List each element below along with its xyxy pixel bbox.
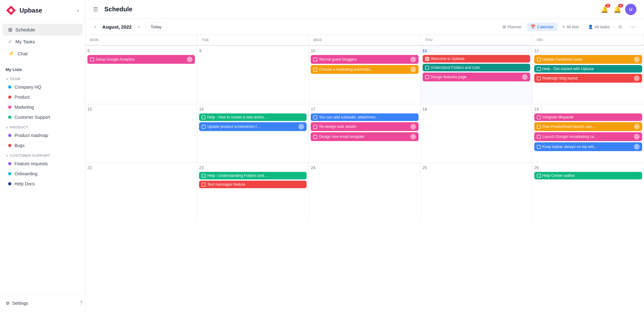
settings-item[interactable]: ⚙ Settings bbox=[3, 298, 31, 308]
task-avatar bbox=[634, 124, 640, 129]
task-checkbox[interactable] bbox=[425, 66, 429, 70]
task-checkbox[interactable] bbox=[425, 57, 429, 61]
calendar-cell-1-0: 15 bbox=[86, 104, 197, 162]
task-checkbox[interactable] bbox=[313, 135, 317, 139]
task-checkbox[interactable] bbox=[425, 75, 429, 79]
task-pill[interactable]: Design new email template bbox=[311, 132, 418, 141]
calendar-cell-1-3: 18 bbox=[421, 104, 532, 162]
all-lists-label: All lists bbox=[566, 25, 579, 29]
task-checkbox[interactable] bbox=[537, 76, 541, 80]
cell-date-label: 19 bbox=[534, 107, 642, 112]
task-checkbox[interactable] bbox=[202, 174, 206, 178]
today-button[interactable]: Today bbox=[146, 23, 166, 31]
task-text: Integrate Mixpanel bbox=[542, 115, 640, 119]
task-checkbox[interactable] bbox=[202, 183, 206, 187]
task-checkbox[interactable] bbox=[202, 115, 206, 119]
all-tasks-button[interactable]: 👤 All tasks bbox=[584, 23, 613, 31]
task-checkbox[interactable] bbox=[537, 115, 541, 119]
sidebar-item-chat[interactable]: ⚡ Chat bbox=[3, 48, 83, 59]
task-pill[interactable]: Update Facebook cover bbox=[534, 55, 642, 64]
task-pill[interactable]: Understand Folders and Lists bbox=[423, 64, 530, 71]
settings-label: Settings bbox=[12, 301, 28, 306]
planner-view-button[interactable]: ⊞ Planner bbox=[499, 23, 525, 31]
task-checkbox[interactable] bbox=[537, 174, 541, 178]
task-checkbox[interactable] bbox=[313, 125, 317, 129]
planner-label: Planner bbox=[508, 25, 522, 29]
sidebar-item-product[interactable]: Product bbox=[3, 92, 83, 102]
task-pill[interactable]: Redesign blog layout bbox=[534, 74, 642, 83]
sidebar-item-marketing[interactable]: Marketing bbox=[3, 102, 83, 112]
task-pill[interactable]: Integrate Mixpanel bbox=[534, 113, 642, 121]
day-header-thu: Thu bbox=[421, 35, 532, 46]
task-checkbox[interactable] bbox=[313, 57, 317, 62]
cell-date-label: 16 bbox=[199, 107, 307, 112]
notification-bell-2[interactable]: 🔔 6 bbox=[612, 4, 623, 14]
task-avatar bbox=[522, 74, 528, 80]
task-pill[interactable]: Test messages feature bbox=[199, 181, 307, 188]
marketing-label: Marketing bbox=[14, 105, 34, 110]
task-pill[interactable]: Recruit guest bloggers bbox=[311, 55, 418, 64]
team-group-label[interactable]: ∨ TEAM bbox=[0, 74, 85, 82]
calendar-cell-2-2: 24 bbox=[309, 163, 420, 221]
task-pill[interactable]: Help - Get started with Upbase bbox=[534, 65, 642, 73]
more-options-button[interactable]: ⋯ bbox=[627, 22, 638, 31]
task-text: Recruit guest bloggers bbox=[319, 57, 408, 62]
user-avatar[interactable]: U bbox=[625, 4, 636, 15]
task-pill[interactable]: Update product screenshots f... bbox=[199, 122, 307, 131]
task-checkbox[interactable] bbox=[313, 115, 317, 119]
onboarding-label: Onboarding bbox=[14, 171, 37, 176]
next-month-button[interactable]: › bbox=[136, 23, 142, 31]
help-icon[interactable]: ? bbox=[80, 300, 83, 307]
task-text: Re-design task details bbox=[319, 124, 408, 129]
task-text: Setup Google Analytics bbox=[96, 57, 185, 62]
sidebar-item-my-tasks[interactable]: ✓ My Tasks bbox=[3, 36, 83, 47]
extra-view-button[interactable]: ⊡ bbox=[615, 23, 626, 31]
feature-requests-dot bbox=[8, 162, 11, 165]
sidebar-item-onboarding[interactable]: Onboarding bbox=[3, 169, 83, 178]
task-pill[interactable]: Design features page bbox=[423, 73, 530, 81]
product-group-label[interactable]: ∨ PRODUCT bbox=[0, 122, 85, 130]
notification-badge-2: 6 bbox=[618, 4, 623, 8]
customer-support-group-label[interactable]: ∨ CUSTOMER SUPPORT bbox=[0, 151, 85, 159]
all-lists-button[interactable]: ≡ All lists bbox=[559, 23, 583, 31]
sidebar-item-bugs[interactable]: Bugs bbox=[3, 141, 83, 150]
calendar-view-button[interactable]: 📅 Calendar bbox=[527, 23, 558, 31]
sidebar-item-customer-support[interactable]: Customer Support bbox=[3, 112, 83, 122]
sidebar-item-company-hq[interactable]: Company HQ bbox=[3, 82, 83, 92]
task-pill[interactable]: Help - Understanding Folders and... bbox=[199, 172, 307, 179]
task-checkbox[interactable] bbox=[537, 67, 541, 71]
all-tasks-icon: 👤 bbox=[588, 25, 593, 29]
task-pill[interactable]: Plan ProductHunt launch cam... bbox=[534, 122, 642, 131]
sidebar-item-product-roadmap[interactable]: Product roadmap bbox=[3, 131, 83, 140]
task-pill[interactable]: Re-design task details bbox=[311, 122, 418, 131]
task-checkbox[interactable] bbox=[537, 125, 541, 129]
day-name-label: Fri bbox=[537, 38, 639, 42]
task-checkbox[interactable] bbox=[202, 125, 206, 129]
task-checkbox[interactable] bbox=[537, 135, 541, 139]
menu-icon[interactable]: ☰ bbox=[93, 6, 98, 13]
task-checkbox[interactable] bbox=[90, 57, 94, 62]
day-header-mon: Mon bbox=[86, 35, 197, 46]
task-pill[interactable]: Setup Google Analytics bbox=[87, 55, 195, 64]
task-checkbox[interactable] bbox=[313, 68, 317, 72]
sidebar-tasks-label: My Tasks bbox=[15, 39, 35, 44]
task-pill[interactable]: You can add subtasks, attachmen... bbox=[311, 113, 418, 121]
sidebar-item-feature-requests[interactable]: Feature requests bbox=[3, 159, 83, 168]
task-pill[interactable]: Help Center outline bbox=[534, 172, 642, 179]
task-pill[interactable]: Launch Google remarketing ca... bbox=[534, 132, 642, 141]
notification-bell-1[interactable]: 🔔 3 bbox=[599, 4, 610, 14]
sidebar-chevron-icon[interactable]: ∨ bbox=[76, 8, 80, 13]
task-pill[interactable]: Help - How to create a new works... bbox=[199, 113, 307, 121]
prev-month-button[interactable]: ‹ bbox=[92, 23, 98, 31]
task-checkbox[interactable] bbox=[537, 145, 541, 149]
task-pill[interactable]: Welcome to Upbase bbox=[423, 55, 530, 63]
task-text: Help - Get started with Upbase bbox=[542, 67, 640, 71]
sidebar-item-schedule[interactable]: ⊞ Schedule bbox=[3, 24, 83, 36]
logo-icon bbox=[6, 5, 16, 16]
task-pill[interactable]: Choose a marketing automatio... bbox=[311, 65, 418, 74]
sidebar-item-help-docs[interactable]: Help Docs bbox=[3, 179, 83, 189]
task-avatar bbox=[187, 57, 192, 62]
task-checkbox[interactable] bbox=[537, 57, 541, 62]
task-pill[interactable]: Keep topbar always on top whi... bbox=[534, 142, 642, 151]
task-text: Help - How to create a new works... bbox=[207, 115, 304, 119]
